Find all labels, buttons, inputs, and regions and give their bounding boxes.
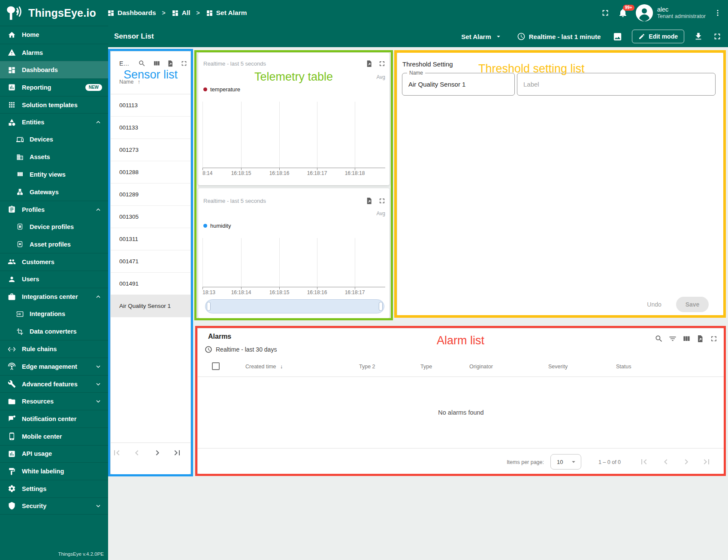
sidebar-item-resources[interactable]: Resources	[0, 392, 108, 410]
dashboard-icon	[107, 9, 115, 17]
column-status[interactable]: Status	[616, 364, 631, 370]
previous-page-icon[interactable]	[132, 448, 142, 458]
fullscreen-icon	[713, 32, 722, 41]
export-chart-icon[interactable]	[365, 197, 373, 205]
search-icon[interactable]	[138, 60, 146, 67]
fullscreen-button[interactable]	[601, 8, 610, 18]
sidebar-item-profiles[interactable]: Profiles	[0, 201, 108, 218]
slider-handle-right[interactable]	[379, 302, 383, 311]
user-menu[interactable]: alec Tenant administrator	[636, 4, 706, 21]
columns-icon[interactable]	[153, 60, 160, 67]
alarms-timewindow[interactable]: Realtime - last 30 days	[205, 346, 277, 353]
save-button[interactable]: Save	[676, 297, 709, 312]
sidebar-item-device-profiles[interactable]: Device profiles	[0, 218, 108, 236]
chart-timewindow[interactable]: Realtime - last 5 seconds	[203, 198, 266, 204]
sensor-row[interactable]: 001305	[111, 206, 190, 228]
first-page-icon[interactable]	[112, 448, 122, 458]
next-page-icon[interactable]	[681, 457, 692, 467]
legend-humidity[interactable]: humidity	[203, 223, 231, 229]
sensor-row[interactable]: 001133	[111, 117, 190, 139]
more-menu-button[interactable]	[713, 9, 722, 17]
fullscreen-icon[interactable]	[378, 197, 386, 205]
column-type2[interactable]: Type 2	[359, 364, 375, 370]
column-created-time[interactable]: Created time ↓	[245, 364, 283, 370]
slider-handle-left[interactable]	[207, 302, 211, 311]
sidebar-item-alarms[interactable]: Alarms	[0, 44, 108, 61]
legend-temperature[interactable]: temperature	[203, 86, 240, 93]
filter-icon[interactable]	[668, 334, 677, 343]
sidebar-item-api-usage[interactable]: API usage	[0, 445, 108, 463]
sidebar-item-reporting[interactable]: ReportingNEW	[0, 78, 108, 96]
sidebar-item-white-labeling[interactable]: White labeling	[0, 462, 108, 480]
sidebar-item-customers[interactable]: Customers	[0, 253, 108, 271]
items-per-page-select[interactable]: 10	[550, 454, 581, 470]
last-page-icon[interactable]	[701, 457, 712, 467]
export-dashboard-button[interactable]	[694, 32, 703, 41]
next-page-icon[interactable]	[152, 448, 163, 458]
fullscreen-icon[interactable]	[180, 60, 188, 67]
sidebar-item-assets[interactable]: Assets	[0, 148, 108, 166]
sidebar-item-devices[interactable]: Devices	[0, 131, 108, 148]
brand-name: ThingsEye.io	[28, 7, 96, 19]
sensor-row[interactable]: 001273	[111, 139, 190, 161]
label-input[interactable]	[517, 73, 715, 95]
sensor-row-selected[interactable]: Air Quality Sensor 1	[111, 295, 190, 317]
name-column-header[interactable]: Name ↑	[119, 79, 140, 85]
export-table-icon[interactable]	[696, 334, 704, 343]
column-severity[interactable]: Severity	[548, 364, 568, 370]
gallery-button[interactable]	[613, 32, 622, 42]
sidebar-item-data-converters[interactable]: Data converters	[0, 323, 108, 340]
dashboard-fullscreen-button[interactable]	[713, 32, 722, 41]
export-chart-icon[interactable]	[365, 60, 373, 68]
name-input[interactable]	[402, 73, 514, 95]
breadcrumb-dashboards[interactable]: Dashboards	[107, 9, 156, 17]
sensor-row[interactable]: 001471	[111, 250, 190, 273]
chart-timewindow[interactable]: Realtime - last 5 seconds	[203, 60, 266, 67]
app-logo[interactable]: ThingsEye.io	[6, 5, 96, 21]
sensor-row[interactable]: 001289	[111, 184, 190, 206]
sidebar-item-notification-center[interactable]: Notification center	[0, 410, 108, 428]
select-all-checkbox[interactable]	[212, 362, 220, 370]
sidebar-item-integrations-center[interactable]: Integrations center	[0, 288, 108, 305]
breadcrumb: Dashboards > All > Set Alarm	[107, 9, 247, 17]
fullscreen-icon[interactable]	[378, 60, 386, 68]
sensor-row[interactable]: 001311	[111, 228, 190, 250]
sidebar-item-gateways[interactable]: Gateways	[0, 183, 108, 201]
sensor-row[interactable]: 001288	[111, 161, 190, 184]
dashboard-state-selector[interactable]: Set Alarm	[459, 32, 504, 41]
breadcrumb-set-alarm[interactable]: Set Alarm	[206, 9, 247, 17]
sidebar-item-rule-chains[interactable]: Rule chains	[0, 340, 108, 358]
sidebar-item-settings[interactable]: Settings	[0, 480, 108, 497]
fullscreen-icon[interactable]	[710, 334, 718, 343]
sidebar-item-solution-templates[interactable]: Solution templates	[0, 96, 108, 114]
search-icon[interactable]	[655, 334, 663, 343]
previous-page-icon[interactable]	[661, 457, 671, 467]
user-role: Tenant administrator	[657, 13, 706, 20]
column-type[interactable]: Type	[420, 364, 432, 370]
edit-mode-button[interactable]: Edit mode	[632, 30, 684, 43]
timewindow-button[interactable]: Realtime - last 1 minute	[514, 32, 604, 41]
sensor-row[interactable]: 001113	[111, 94, 190, 117]
sidebar-item-asset-profiles[interactable]: Asset profiles	[0, 235, 108, 253]
datazoom-slider[interactable]	[205, 299, 384, 313]
last-page-icon[interactable]	[172, 448, 182, 458]
sidebar-item-mobile-center[interactable]: Mobile center	[0, 428, 108, 445]
sidebar-item-entities[interactable]: Entities	[0, 113, 108, 131]
columns-icon[interactable]	[682, 334, 691, 343]
notifications-button[interactable]: 99+	[618, 8, 628, 18]
sidebar-item-security[interactable]: Security	[0, 497, 108, 515]
sidebar-item-advanced-features[interactable]: Advanced features	[0, 375, 108, 393]
sidebar-item-dashboards[interactable]: Dashboards	[0, 61, 108, 78]
undo-button[interactable]: Undo	[640, 297, 668, 312]
x-axis-labels: 8:14 16:18:15 16:18:16 16:18:17 16:18:18	[202, 170, 385, 177]
breadcrumb-all[interactable]: All	[172, 9, 190, 17]
sidebar-item-integrations[interactable]: Integrations	[0, 305, 108, 323]
sidebar-item-users[interactable]: Users	[0, 271, 108, 288]
sidebar-item-entity-views[interactable]: Entity views	[0, 166, 108, 184]
first-page-icon[interactable]	[639, 457, 649, 467]
column-originator[interactable]: Originator	[469, 364, 493, 370]
export-table-icon[interactable]	[166, 60, 174, 67]
sidebar-item-edge-management[interactable]: Edge management	[0, 358, 108, 375]
sensor-row[interactable]: 001491	[111, 273, 190, 295]
sidebar-item-home[interactable]: Home	[0, 26, 108, 44]
